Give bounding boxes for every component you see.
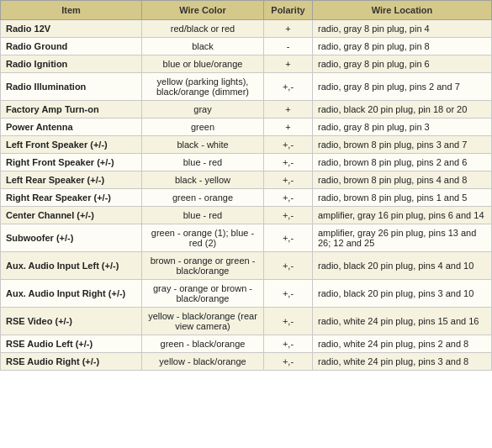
cell-item: Power Antenna xyxy=(1,119,142,136)
table-row: Radio Groundblack-radio, gray 8 pin plug… xyxy=(1,38,492,55)
cell-item: RSE Audio Left (+/-) xyxy=(1,335,142,353)
cell-polarity: +,- xyxy=(264,154,313,171)
table-row: Center Channel (+/-)blue - red+,-amplifi… xyxy=(1,207,492,224)
cell-wire-color: black xyxy=(142,38,264,55)
cell-wire-location: radio, brown 8 pin plug, pins 1 and 5 xyxy=(313,189,492,207)
cell-item: Radio Ground xyxy=(1,38,142,55)
cell-item: Center Channel (+/-) xyxy=(1,207,142,224)
cell-wire-location: radio, gray 8 pin plug, pin 8 xyxy=(313,38,492,55)
table-row: Power Antennagreen+radio, gray 8 pin plu… xyxy=(1,119,492,136)
cell-item: Radio Ignition xyxy=(1,55,142,73)
cell-polarity: + xyxy=(264,55,313,73)
cell-item: Factory Amp Turn-on xyxy=(1,101,142,119)
table-row: Right Front Speaker (+/-)blue - red+,-ra… xyxy=(1,154,492,171)
cell-wire-location: amplifier, gray 16 pin plug, pins 6 and … xyxy=(313,207,492,224)
cell-polarity: +,- xyxy=(264,224,313,252)
cell-wire-color: yellow - black/orange (rear view camera) xyxy=(142,308,264,335)
cell-wire-location: radio, brown 8 pin plug, pins 3 and 7 xyxy=(313,136,492,154)
cell-wire-color: gray - orange or brown - black/orange xyxy=(142,280,264,308)
wiring-table: Item Wire Color Polarity Wire Location R… xyxy=(0,0,492,371)
cell-wire-location: radio, gray 8 pin plug, pins 2 and 7 xyxy=(313,73,492,101)
cell-polarity: - xyxy=(264,38,313,55)
cell-wire-color: red/black or red xyxy=(142,20,264,38)
cell-polarity: +,- xyxy=(264,207,313,224)
table-row: Radio 12Vred/black or red+radio, gray 8 … xyxy=(1,20,492,38)
cell-wire-location: radio, gray 8 pin plug, pin 6 xyxy=(313,55,492,73)
cell-wire-color: gray xyxy=(142,101,264,119)
table-row: Left Rear Speaker (+/-)black - yellow+,-… xyxy=(1,171,492,189)
cell-wire-location: radio, gray 8 pin plug, pin 3 xyxy=(313,119,492,136)
header-item: Item xyxy=(1,1,142,20)
header-wire-color: Wire Color xyxy=(142,1,264,20)
cell-wire-location: radio, black 20 pin plug, pins 4 and 10 xyxy=(313,252,492,280)
cell-wire-location: radio, brown 8 pin plug, pins 2 and 6 xyxy=(313,154,492,171)
cell-polarity: +,- xyxy=(264,73,313,101)
table-row: Radio Illuminationyellow (parking lights… xyxy=(1,73,492,101)
cell-item: Subwoofer (+/-) xyxy=(1,224,142,252)
header-wire-location: Wire Location xyxy=(313,1,492,20)
cell-item: Right Front Speaker (+/-) xyxy=(1,154,142,171)
cell-wire-color: brown - orange or green - black/orange xyxy=(142,252,264,280)
cell-wire-color: black - white xyxy=(142,136,264,154)
cell-item: Right Rear Speaker (+/-) xyxy=(1,189,142,207)
cell-wire-color: green - black/orange xyxy=(142,335,264,353)
cell-wire-location: radio, brown 8 pin plug, pins 4 and 8 xyxy=(313,171,492,189)
cell-item: Radio Illumination xyxy=(1,73,142,101)
cell-polarity: +,- xyxy=(264,171,313,189)
cell-polarity: +,- xyxy=(264,136,313,154)
cell-item: Aux. Audio Input Left (+/-) xyxy=(1,252,142,280)
cell-wire-location: amplifier, gray 26 pin plug, pins 13 and… xyxy=(313,224,492,252)
table-row: Right Rear Speaker (+/-)green - orange+,… xyxy=(1,189,492,207)
cell-wire-location: radio, white 24 pin plug, pins 3 and 8 xyxy=(313,353,492,371)
table-row: Factory Amp Turn-ongray+radio, black 20 … xyxy=(1,101,492,119)
cell-wire-color: blue or blue/orange xyxy=(142,55,264,73)
cell-wire-color: black - yellow xyxy=(142,171,264,189)
table-row: Subwoofer (+/-)green - orange (1); blue … xyxy=(1,224,492,252)
table-row: RSE Video (+/-)yellow - black/orange (re… xyxy=(1,308,492,335)
cell-item: RSE Video (+/-) xyxy=(1,308,142,335)
cell-item: Left Rear Speaker (+/-) xyxy=(1,171,142,189)
cell-wire-color: blue - red xyxy=(142,207,264,224)
cell-wire-location: radio, white 24 pin plug, pins 2 and 8 xyxy=(313,335,492,353)
cell-item: Aux. Audio Input Right (+/-) xyxy=(1,280,142,308)
table-row: Aux. Audio Input Right (+/-)gray - orang… xyxy=(1,280,492,308)
cell-polarity: + xyxy=(264,119,313,136)
cell-wire-color: yellow (parking lights), black/orange (d… xyxy=(142,73,264,101)
table-row: RSE Audio Left (+/-)green - black/orange… xyxy=(1,335,492,353)
cell-polarity: +,- xyxy=(264,189,313,207)
cell-polarity: + xyxy=(264,20,313,38)
table-row: RSE Audio Right (+/-)yellow - black/oran… xyxy=(1,353,492,371)
header-polarity: Polarity xyxy=(264,1,313,20)
cell-item: RSE Audio Right (+/-) xyxy=(1,353,142,371)
cell-wire-color: green - orange xyxy=(142,189,264,207)
cell-wire-location: radio, black 20 pin plug, pins 3 and 10 xyxy=(313,280,492,308)
cell-wire-location: radio, white 24 pin plug, pins 15 and 16 xyxy=(313,308,492,335)
cell-item: Radio 12V xyxy=(1,20,142,38)
table-row: Radio Ignitionblue or blue/orange+radio,… xyxy=(1,55,492,73)
cell-wire-color: yellow - black/orange xyxy=(142,353,264,371)
cell-polarity: +,- xyxy=(264,252,313,280)
cell-wire-location: radio, gray 8 pin plug, pin 4 xyxy=(313,20,492,38)
cell-wire-color: green xyxy=(142,119,264,136)
cell-polarity: +,- xyxy=(264,308,313,335)
cell-wire-location: radio, black 20 pin plug, pin 18 or 20 xyxy=(313,101,492,119)
cell-polarity: +,- xyxy=(264,353,313,371)
cell-wire-color: blue - red xyxy=(142,154,264,171)
table-row: Aux. Audio Input Left (+/-)brown - orang… xyxy=(1,252,492,280)
cell-polarity: + xyxy=(264,101,313,119)
cell-polarity: +,- xyxy=(264,335,313,353)
cell-polarity: +,- xyxy=(264,280,313,308)
cell-wire-color: green - orange (1); blue - red (2) xyxy=(142,224,264,252)
cell-item: Left Front Speaker (+/-) xyxy=(1,136,142,154)
table-row: Left Front Speaker (+/-)black - white+,-… xyxy=(1,136,492,154)
